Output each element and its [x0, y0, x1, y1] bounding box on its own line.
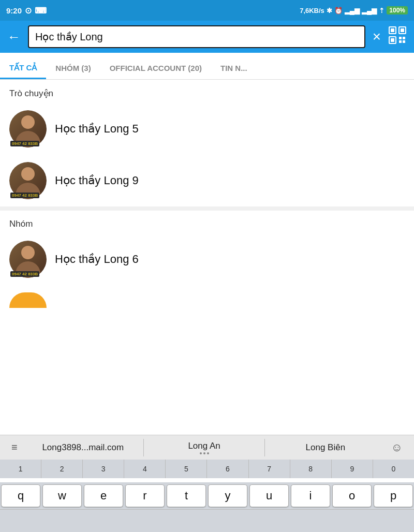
qr-button[interactable] [388, 26, 407, 48]
key-3[interactable]: 3 [83, 460, 124, 478]
key-9[interactable]: 9 [332, 460, 373, 478]
key-4[interactable]: 4 [124, 460, 166, 478]
tab-news[interactable]: TIN N... [211, 64, 257, 79]
avatar-wrap-1: 0947 42 833B [9, 110, 47, 147]
key-y[interactable]: y [208, 484, 247, 507]
tabs-bar: TẤT CẢ NHÓM (3) OFFICIAL ACCOUNT (20) TI… [0, 53, 414, 80]
key-i[interactable]: i [291, 484, 330, 507]
signal-icon2: ▂▄▆ [362, 7, 377, 14]
tab-all[interactable]: TẤT CẢ [0, 63, 46, 79]
key-5[interactable]: 5 [166, 460, 207, 478]
alarm-icon: ⏰ [334, 7, 343, 14]
keyboard-num-row: 1 2 3 4 5 6 7 8 9 0 [0, 460, 414, 478]
key-o[interactable]: o [332, 484, 372, 507]
status-right: 7,6KB/s ✱ ⏰ ▂▄▆ ▂▄▆ ⇡ 100% [300, 6, 408, 14]
battery-icon: 100% [387, 6, 408, 14]
suggestion-item-1[interactable]: Long3898...mail.com [23, 440, 143, 455]
chat-item-1[interactable]: 0947 42 833B Học thầy Long 5 [0, 103, 414, 155]
keyboard-bottom-bar [0, 509, 414, 532]
key-2[interactable]: 2 [41, 460, 83, 478]
chat-name-2: Học thầy Long 9 [55, 174, 139, 187]
group-name-1: Học thầy Long 6 [55, 253, 139, 266]
qr-icon [388, 26, 407, 45]
key-r[interactable]: r [125, 484, 165, 507]
suggestion-menu-icon[interactable]: ≡ [6, 441, 23, 453]
emoji-icon[interactable]: ☺ [386, 441, 408, 454]
avatar-badge-3: 0947 42 833B [10, 271, 39, 277]
status-bar: 9:20 ⊙ ⌨ 7,6KB/s ✱ ⏰ ▂▄▆ ▂▄▆ ⇡ 100% [0, 0, 414, 21]
search-bar: ← × [0, 21, 414, 53]
key-7[interactable]: 7 [249, 460, 290, 478]
keyboard-icon: ⌨ [35, 6, 47, 16]
search-input[interactable] [35, 31, 358, 43]
network-speed: 7,6KB/s [300, 7, 324, 14]
key-6[interactable]: 6 [207, 460, 248, 478]
svg-rect-3 [401, 28, 404, 32]
svg-rect-7 [403, 37, 405, 39]
key-p[interactable]: p [374, 484, 413, 507]
wifi-icon: ⇡ [379, 7, 385, 14]
partial-item [0, 285, 414, 315]
search-input-wrap[interactable] [28, 25, 365, 48]
group-item-1[interactable]: 0947 42 833B Học thầy Long 6 [0, 233, 414, 285]
svg-rect-1 [391, 28, 394, 32]
signal-icon1: ▂▄▆ [345, 7, 360, 14]
tab-official[interactable]: OFFICIAL ACCOUNT (20) [100, 64, 211, 79]
suggestion-bar: ≡ Long3898...mail.com Long An Long Biên … [0, 435, 414, 460]
section-header-group: Nhóm [0, 211, 414, 233]
clear-button[interactable]: × [373, 28, 381, 45]
key-w[interactable]: w [42, 484, 82, 507]
section-divider [0, 206, 414, 211]
key-u[interactable]: u [249, 484, 289, 507]
chat-name-1: Học thầy Long 5 [55, 122, 139, 136]
avatar-badge-1: 0947 42 833B [10, 141, 39, 146]
svg-rect-9 [403, 40, 405, 43]
partial-avatar [9, 292, 47, 308]
bluetooth-icon: ✱ [327, 7, 332, 14]
suggestion-item-2[interactable]: Long An [143, 439, 265, 456]
svg-rect-8 [399, 40, 402, 43]
avatar-wrap-3: 0947 42 833B [9, 241, 47, 278]
svg-rect-5 [391, 38, 394, 42]
chrome-icon: ⊙ [25, 6, 32, 16]
search-results: Trò chuyện 0947 42 833B Học thầy Long 5 … [0, 80, 414, 315]
avatar-badge-2: 0947 42 833B [10, 193, 39, 198]
key-1[interactable]: 1 [0, 460, 41, 478]
keyboard-letter-row: q w e r t y u i o p [0, 482, 414, 509]
key-0[interactable]: 0 [373, 460, 414, 478]
chat-item-2[interactable]: 0947 42 833B Học thầy Long 9 [0, 155, 414, 206]
key-q[interactable]: q [1, 484, 40, 507]
status-left: 9:20 ⊙ ⌨ [6, 6, 47, 16]
status-time: 9:20 [6, 6, 22, 15]
svg-rect-6 [399, 37, 402, 39]
tab-group[interactable]: NHÓM (3) [46, 64, 100, 79]
key-8[interactable]: 8 [290, 460, 332, 478]
section-header-chat: Trò chuyện [0, 80, 414, 103]
key-t[interactable]: t [167, 484, 206, 507]
avatar-wrap-2: 0947 42 833B [9, 162, 47, 199]
key-e[interactable]: e [84, 484, 123, 507]
back-button[interactable]: ← [7, 29, 21, 45]
suggestion-item-3[interactable]: Long Biên [265, 440, 386, 455]
